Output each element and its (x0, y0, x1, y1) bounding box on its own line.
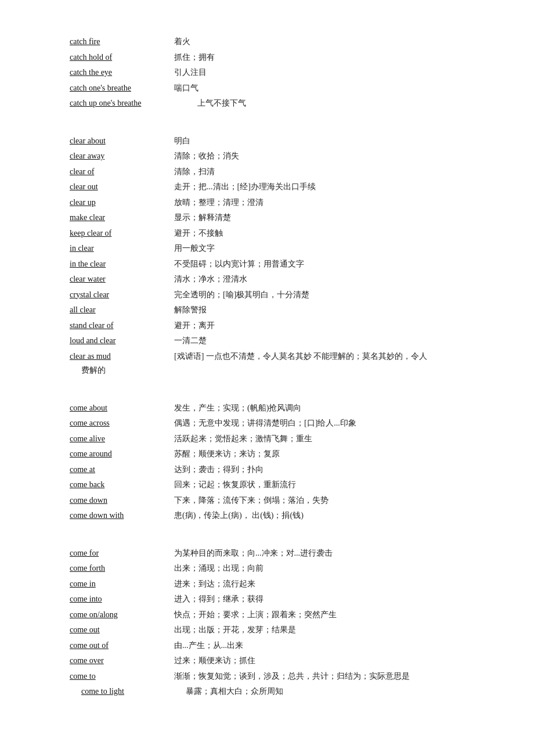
definition: [戏谑语] 一点也不清楚，令人莫名其妙 不能理解的；莫名其妙的，令人 (174, 350, 464, 364)
definition: 出现；出版；开花，发芽；结果是 (174, 623, 464, 638)
section-clear: clear about 明白 clear away 清除；收拾；消失 clear… (70, 134, 464, 378)
definition: 清水；净水；澄清水 (174, 272, 464, 287)
definition: 着火 (174, 35, 464, 49)
term: come on/along (70, 608, 174, 622)
definition: 过来；顺便来访；抓住 (174, 654, 464, 668)
term: come down with (70, 509, 174, 523)
term: come to (70, 669, 174, 684)
list-item: come out 出现；出版；开花，发芽；结果是 (70, 623, 464, 638)
list-item: come back 回来；记起；恢复原状，重新流行 (70, 478, 464, 492)
term: come to light (81, 685, 186, 699)
definition-continuation: 费解的 (70, 363, 464, 378)
definition: 快点；开始；要求；上演；跟着来；突然产生 (174, 608, 464, 622)
definition: 不受阻碍；以内宽计算；用普通文字 (174, 257, 464, 272)
term: come at (70, 463, 174, 477)
term: come around (70, 447, 174, 462)
term: clear away (70, 149, 174, 164)
term: in clear (70, 242, 174, 256)
term: come about (70, 401, 174, 416)
definition: 进来；到达；流行起来 (174, 577, 464, 592)
definition: 上气不接下气 (197, 96, 464, 111)
definition: 清除；收拾；消失 (174, 149, 464, 164)
definition: 完全透明的；[喻]极其明白，十分清楚 (174, 288, 464, 303)
term: catch the eye (70, 66, 174, 80)
definition: 进入；得到；继承；获得 (174, 592, 464, 607)
list-item: come out of 由...产生；从...出来 (70, 639, 464, 653)
term: clear water (70, 272, 174, 287)
list-item: stand clear of 避开；离开 (70, 319, 464, 333)
list-item: clear as mud [戏谑语] 一点也不清楚，令人莫名其妙 不能理解的；莫… (70, 350, 464, 378)
term: come across (70, 416, 174, 431)
list-item: keep clear of 避开；不接触 (70, 226, 464, 241)
definition: 偶遇；无意中发现；讲得清楚明白；[口]给人...印象 (174, 416, 464, 431)
definition: 活跃起来；觉悟起来；激情飞舞；重生 (174, 432, 464, 447)
term: come forth (70, 561, 174, 576)
list-item: in clear 用一般文字 (70, 242, 464, 256)
term: in the clear (70, 257, 174, 272)
list-item: catch fire 着火 (70, 35, 464, 49)
list-item: come over 过来；顺便来访；抓住 (70, 654, 464, 668)
definition: 一清二楚 (174, 334, 464, 348)
definition: 解除警报 (174, 303, 464, 318)
list-item: come alive 活跃起来；觉悟起来；激情飞舞；重生 (70, 432, 464, 447)
list-item: come down with 患(病)，传染上(病)， 出(钱)；捐(钱) (70, 509, 464, 523)
definition: 显示；解释清楚 (174, 211, 464, 225)
list-item: crystal clear 完全透明的；[喻]极其明白，十分清楚 (70, 288, 464, 303)
definition: 下来，降落；流传下来；倒塌；落泊，失势 (174, 494, 464, 508)
list-item: clear water 清水；净水；澄清水 (70, 272, 464, 287)
list-item: catch one's breathe 喘口气 (70, 81, 464, 96)
list-item: come into 进入；得到；继承；获得 (70, 592, 464, 607)
list-item: clear out 走开；把...清出；[经]办理海关出口手续 (70, 180, 464, 195)
definition: 抓住；拥有 (174, 51, 464, 65)
list-item: come on/along 快点；开始；要求；上演；跟着来；突然产生 (70, 608, 464, 622)
definition: 由...产生；从...出来 (174, 639, 464, 653)
term: come in (70, 577, 174, 592)
definition: 走开；把...清出；[经]办理海关出口手续 (174, 180, 464, 195)
list-item: come down 下来，降落；流传下来；倒塌；落泊，失势 (70, 494, 464, 508)
list-item: clear of 清除，扫清 (70, 165, 464, 179)
term: come back (70, 478, 174, 492)
definition: 出来；涌现；出现；向前 (174, 561, 464, 576)
list-item: clear away 清除；收拾；消失 (70, 149, 464, 164)
list-item: come across 偶遇；无意中发现；讲得清楚明白；[口]给人...印象 (70, 416, 464, 431)
term: come alive (70, 432, 174, 447)
definition: 为某种目的而来取；向...冲来；对...进行袭击 (174, 546, 464, 561)
term: come over (70, 654, 174, 668)
definition: 用一般文字 (174, 242, 464, 256)
list-item: catch hold of 抓住；拥有 (70, 51, 464, 65)
definition: 明白 (174, 134, 464, 149)
term: catch up one's breathe (70, 96, 197, 111)
section-catch: catch fire 着火 catch hold of 抓住；拥有 catch … (70, 35, 464, 111)
term: catch one's breathe (70, 81, 174, 96)
term: all clear (70, 303, 174, 318)
term: catch fire (70, 35, 174, 49)
definition: 暴露；真相大白；众所周知 (186, 685, 464, 699)
list-item: clear up 放晴；整理；清理；澄清 (70, 196, 464, 210)
term: crystal clear (70, 288, 174, 303)
definition: 渐渐；恢复知觉；谈到，涉及；总共，共计；归结为；实际意思是 (174, 669, 464, 684)
term: clear up (70, 196, 174, 210)
definition: 清除，扫清 (174, 165, 464, 179)
term: clear out (70, 180, 174, 195)
definition: 喘口气 (174, 81, 464, 96)
term: come into (70, 592, 174, 607)
term: come for (70, 546, 174, 561)
definition: 避开；离开 (174, 319, 464, 333)
definition: 发生，产生；实现；(帆船)抢风调向 (174, 401, 464, 416)
list-item: catch up one's breathe 上气不接下气 (70, 96, 464, 111)
definition: 苏醒；顺便来访；来访；复原 (174, 447, 464, 462)
definition: 放晴；整理；清理；澄清 (174, 196, 464, 210)
term: catch hold of (70, 51, 174, 65)
list-item: catch the eye 引人注目 (70, 66, 464, 80)
section-come1: come about 发生，产生；实现；(帆船)抢风调向 come across… (70, 401, 464, 523)
term: clear of (70, 165, 174, 179)
term: clear as mud (70, 350, 174, 364)
definition: 避开；不接触 (174, 226, 464, 241)
list-item: clear about 明白 (70, 134, 464, 149)
definition: 回来；记起；恢复原状，重新流行 (174, 478, 464, 492)
definition: 患(病)，传染上(病)， 出(钱)；捐(钱) (174, 509, 464, 523)
term: clear about (70, 134, 174, 149)
term: come out (70, 623, 174, 638)
list-item: come to 渐渐；恢复知觉；谈到，涉及；总共，共计；归结为；实际意思是 (70, 669, 464, 684)
term: come down (70, 494, 174, 508)
